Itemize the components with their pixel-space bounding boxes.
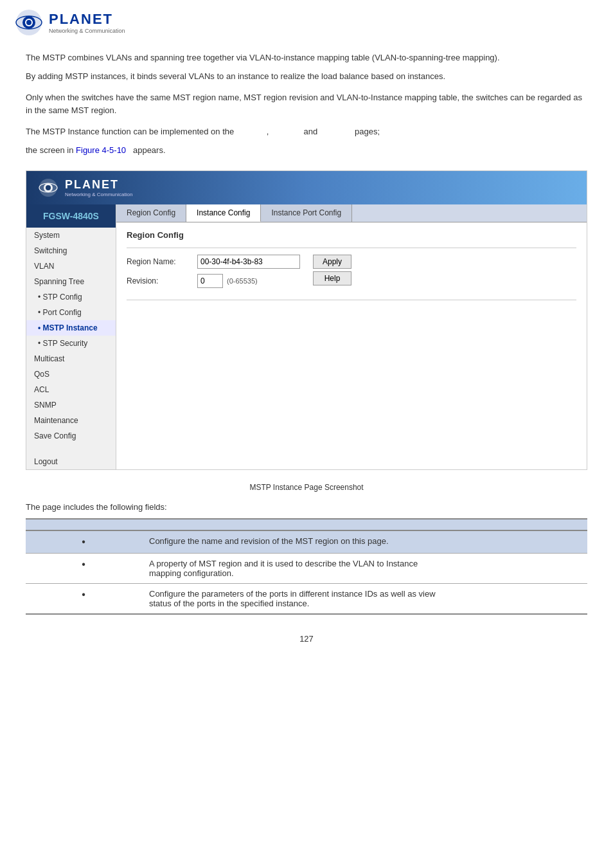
sidebar-item-logout[interactable]: Logout [26,454,116,469]
sidebar-device-name: FGSW-4840S [26,204,116,228]
sidebar-item-acl[interactable]: ACL [26,382,116,397]
screenshot-container: PLANET Networking & Communication FGSW-4… [26,170,587,470]
banner-tagline: Networking & Communication [65,192,132,197]
tab-instance-port-config[interactable]: Instance Port Config [261,204,352,222]
intro-para1: The MSTP combines VLANs and spanning tre… [26,51,587,65]
help-button[interactable]: Help [313,271,351,285]
revision-row: Revision: (0-65535) [127,274,300,288]
banner-logo-text: PLANET [65,178,119,191]
region-name-input[interactable] [197,255,300,269]
sidebar-item-switching[interactable]: Switching [26,243,116,258]
row2-bullet: • [26,553,141,583]
logo: PLANET Networking & Communication [13,6,125,39]
revision-hint: (0-65535) [227,277,258,285]
row1-description: Configure the name and revision of the M… [141,530,587,554]
apply-button[interactable]: Apply [313,255,351,269]
sidebar-item-snmp[interactable]: SNMP [26,397,116,413]
banner-planet-icon [37,176,60,199]
form-divider-bottom [127,300,576,300]
main-content: The MSTP combines VLANs and spanning tre… [0,39,613,669]
row3-bullet: • [26,583,141,614]
mstp-function-line: The MSTP Instance function can be implem… [26,125,587,139]
row1-bullet: • [26,530,141,554]
fields-section: The page includes the following fields: … [26,502,587,615]
button-group: Apply Help [313,255,351,285]
sidebar-item-maintenance[interactable]: Maintenance [26,413,116,428]
page-header: PLANET Networking & Communication [0,0,613,39]
para4-and: and [304,127,318,136]
fields-intro: The page includes the following fields: [26,502,587,512]
region-name-row: Region Name: [127,255,300,269]
para4-start: The MSTP Instance function can be implem… [26,127,234,136]
para4-end: pages; [355,127,380,136]
table-row: • Configure the parameters of the ports … [26,583,587,614]
banner-logo: PLANET Networking & Communication [37,176,132,199]
table-row: • A property of MST region and it is use… [26,553,587,583]
bullet-icon: • [82,536,85,547]
sidebar-item-stp-security[interactable]: • STP Security [26,336,116,351]
logo-tagline-text: Networking & Communication [49,28,125,34]
sidebar-item-spanning-tree[interactable]: Spanning Tree [26,274,116,289]
revision-input[interactable] [197,274,223,288]
header-col2 [141,519,587,530]
sidebar-item-stp-config[interactable]: • STP Config [26,289,116,305]
para4-figure-suffix: appears. [133,145,166,155]
figure-link[interactable]: Figure 4-5-10 [76,145,126,155]
sidebar-item-port-config[interactable]: • Port Config [26,305,116,320]
svg-point-8 [46,185,51,190]
sidebar-item-system[interactable]: System [26,228,116,243]
planet-logo-icon [13,6,45,39]
tab-region-config[interactable]: Region Config [116,204,186,222]
logo-text: PLANET Networking & Communication [49,11,125,34]
inner-layout: FGSW-4840S System Switching VLAN Spannin… [26,204,587,469]
revision-label: Revision: [127,276,197,285]
para4-figure-text: the screen in [26,145,73,155]
tab-instance-config[interactable]: Instance Config [186,204,261,222]
intro-section2: Only when the switches have the same MST… [26,91,587,118]
page-number: 127 [26,634,587,656]
para4-figure-line: the screen in Figure 4-5-10 appears. [26,144,587,158]
banner-logo-text-container: PLANET Networking & Communication [65,178,132,197]
sidebar-item-save-config[interactable]: Save Config [26,428,116,444]
bullet-icon: • [82,589,85,600]
main-panel: Region Config Instance Config Instance P… [116,204,587,469]
table-header-row [26,519,587,530]
section-title: Region Config [127,230,576,240]
table-row: • Configure the name and revision of the… [26,530,587,554]
sidebar-item-mstp-instance[interactable]: • MSTP Instance [26,320,116,336]
fields-table: • Configure the name and revision of the… [26,518,587,615]
screenshot-caption: MSTP Instance Page Screenshot [26,483,587,492]
logo-planet-text: PLANET [49,11,125,28]
header-col1 [26,519,141,530]
tabs-bar: Region Config Instance Config Instance P… [116,204,587,222]
form-divider-top [127,248,576,248]
intro-para3: Only when the switches have the same MST… [26,91,587,118]
region-name-label: Region Name: [127,257,197,266]
row2-description: A property of MST region and it is used … [141,553,587,583]
intro-para2: By adding MSTP instances, it binds sever… [26,70,587,84]
sidebar-item-vlan[interactable]: VLAN [26,258,116,274]
sidebar-item-multicast[interactable]: Multicast [26,351,116,366]
row3-description: Configure the parameters of the ports in… [141,583,587,614]
device-banner: PLANET Networking & Communication [26,171,587,204]
intro-section: The MSTP combines VLANs and spanning tre… [26,51,587,84]
bullet-icon: • [82,559,85,570]
content-area: Region Config Region Name: Revision: [116,222,587,314]
sidebar-item-qos[interactable]: QoS [26,366,116,382]
svg-point-4 [26,20,31,25]
sidebar: FGSW-4840S System Switching VLAN Spannin… [26,204,116,469]
